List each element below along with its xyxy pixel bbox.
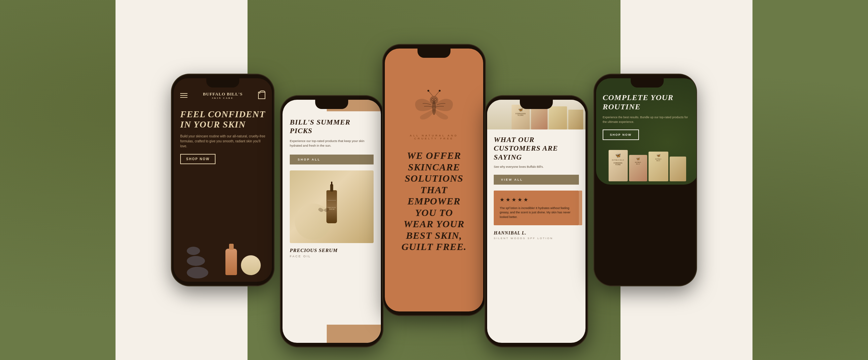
phone2-main: BILL'S SUMMER PICKS Experience our top-r… bbox=[282, 111, 381, 325]
product-box-c: 🦋 BUFFALOBILLS bbox=[649, 152, 668, 181]
svg-line-5 bbox=[435, 91, 440, 96]
cart-icon[interactable] bbox=[258, 92, 265, 99]
notch-1 bbox=[206, 78, 239, 88]
product-bottle bbox=[225, 249, 237, 275]
phone3-headline: WE OFFER SKINCARE SOLUTIONS THAT EMPOWER… bbox=[401, 150, 467, 253]
product-image: PRECIOUS SERUM bbox=[290, 171, 374, 243]
reviewer-name: HANNIBAL L. bbox=[494, 231, 579, 236]
view-all-button[interactable]: VIEW ALL bbox=[494, 175, 579, 185]
phone-2: BILL'S SUMMER PICKS Experience our top-r… bbox=[281, 96, 383, 347]
butterfly-decoration bbox=[317, 204, 330, 217]
brand-logo: BUFFALO BILL'S SKIN CARE bbox=[203, 91, 243, 99]
phone5-main: COMPLETE YOUR ROUTINE Experience the bes… bbox=[596, 78, 696, 147]
phone3-content: ALL NATURAL AND CRUELTY FREE WE OFFER SK… bbox=[393, 65, 475, 302]
product-box-4 bbox=[568, 110, 583, 129]
product-box-a: 🦋 BUFFALO BILLS FORBIDDENFLORA bbox=[609, 150, 628, 181]
notch-2 bbox=[315, 100, 348, 109]
svg-point-3 bbox=[435, 99, 436, 100]
butterfly-moth-icon bbox=[411, 87, 457, 127]
phone-3: ALL NATURAL AND CRUELTY FREE WE OFFER SK… bbox=[383, 44, 485, 316]
review-text: The spf lotion is incredible! It hydrate… bbox=[500, 206, 573, 220]
phone5-products: 🦋 BUFFALO BILLS FORBIDDENFLORA 🦋 BUFFALO… bbox=[596, 147, 696, 185]
product-box-b: 🦋 BUFFALOBILLS bbox=[629, 155, 647, 181]
product-box-2 bbox=[531, 108, 548, 129]
product-type: FACE OIL bbox=[290, 254, 374, 258]
phone-4: 🦋 FORBIDDENFLORA WHAT OUR CUSTOMERS ARE … bbox=[485, 96, 587, 347]
phone4-subtext: See why everyone loves Buffalo Bill's. bbox=[494, 165, 579, 170]
shop-now-button-5[interactable]: SHOP NOW bbox=[603, 129, 639, 140]
stones-decoration bbox=[187, 247, 208, 278]
bottom-accent-bar bbox=[327, 325, 381, 343]
phone1-body: Build your skincare routine with our all… bbox=[180, 134, 265, 149]
phone5-subtext: Experience the best results. Bundle up o… bbox=[603, 115, 692, 124]
phone3-tagline: ALL NATURAL AND CRUELTY FREE bbox=[401, 134, 467, 140]
phone1-products bbox=[180, 212, 265, 278]
phone5-headline: COMPLETE YOUR ROUTINE bbox=[603, 93, 692, 111]
review-card: ★ ★ ★ ★ ★ The spf lotion is incredible! … bbox=[494, 190, 579, 226]
notch-3 bbox=[417, 49, 451, 58]
notch-5 bbox=[631, 78, 664, 88]
phone-5: COMPLETE YOUR ROUTINE Experience the bes… bbox=[594, 74, 696, 286]
shop-now-button-1[interactable]: SHOP NOW bbox=[180, 154, 216, 164]
reviewer-product: SILENT WOODS SPF LOTION bbox=[494, 237, 579, 240]
svg-point-2 bbox=[432, 99, 433, 100]
product-box-3 bbox=[549, 107, 567, 129]
product-box-d bbox=[670, 156, 686, 181]
product-name: PRECIOUS SERUM bbox=[290, 248, 374, 253]
svg-point-7 bbox=[439, 90, 440, 91]
review-accent bbox=[579, 190, 582, 226]
svg-point-1 bbox=[430, 96, 438, 104]
star-rating: ★ ★ ★ ★ ★ bbox=[500, 197, 573, 203]
phone4-headline: WHAT OUR CUSTOMERS ARE SAYING bbox=[494, 136, 579, 161]
phone-1: BUFFALO BILL'S SKIN CARE FEEL CONFIDENT … bbox=[172, 74, 274, 286]
notch-4 bbox=[520, 100, 553, 109]
shop-all-button[interactable]: SHOP ALL bbox=[290, 155, 374, 164]
phone4-main: WHAT OUR CUSTOMERS ARE SAYING See why ev… bbox=[487, 129, 586, 343]
svg-point-6 bbox=[428, 90, 429, 91]
hamburger-icon[interactable] bbox=[180, 93, 187, 98]
svg-line-4 bbox=[428, 91, 433, 96]
phone1-headline: FEEL CONFIDENT IN YOUR SKIN bbox=[180, 109, 265, 130]
phone2-subtext: Experience our top-rated products that k… bbox=[290, 139, 374, 148]
product-items: PRECIOUS SERUM bbox=[327, 190, 337, 223]
phone2-headline: BILL'S SUMMER PICKS bbox=[290, 118, 374, 136]
product-cream bbox=[241, 255, 261, 275]
phone1-hero: FEEL CONFIDENT IN YOUR SKIN Build your s… bbox=[174, 103, 272, 282]
